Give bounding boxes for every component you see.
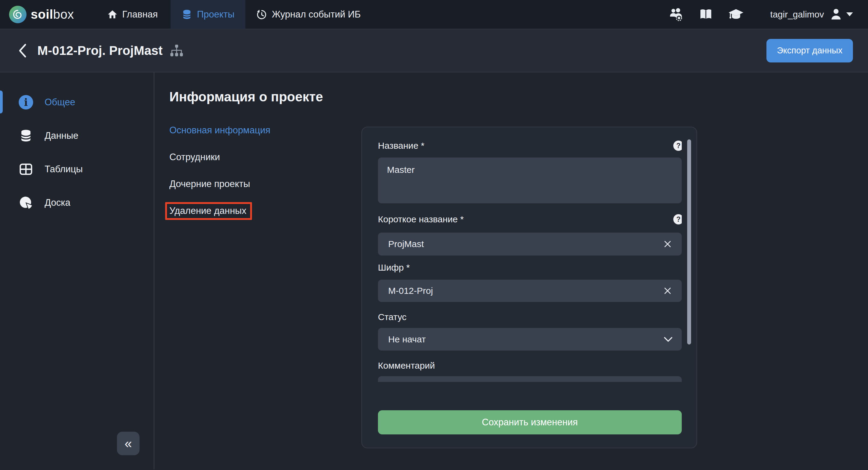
sidebar-item-general[interactable]: i Общее [0, 88, 154, 117]
spiral-glyph [12, 8, 24, 21]
comment-textarea[interactable] [378, 376, 682, 382]
short-name-help-icon[interactable]: ? [673, 214, 682, 225]
section-heading: Информация о проекте [169, 89, 323, 105]
user-management-button[interactable] [668, 7, 684, 22]
nav-item-home[interactable]: Главная [104, 0, 161, 29]
form-scrollbar-thumb[interactable] [687, 139, 691, 345]
home-icon [107, 9, 118, 20]
back-button[interactable] [18, 43, 27, 59]
project-subnav: Основная информация Сотрудники Дочерние … [169, 124, 270, 232]
code-input[interactable] [378, 280, 682, 302]
project-sidebar: i Общее Данные [0, 72, 154, 469]
brand-logo: soilbox [9, 6, 74, 23]
short-name-field-label: Короткое название * [378, 214, 464, 225]
chevron-down-icon [664, 337, 673, 342]
page-title: M-012-Proj. ProjMast [37, 43, 162, 58]
user-avatar-icon[interactable] [830, 8, 843, 21]
info-icon: i [19, 95, 33, 110]
history-icon [256, 9, 267, 20]
brand-name-bold: soil [31, 7, 53, 22]
sidebar-board-label: Доска [44, 197, 70, 208]
annotation-highlight-box: Удаление данных [165, 202, 252, 220]
subnav-data-deletion-label: Удаление данных [169, 205, 247, 216]
export-data-button[interactable]: Экспорт данных [767, 39, 853, 62]
short-name-input[interactable] [378, 233, 682, 256]
database-icon [181, 9, 192, 20]
table-icon [19, 162, 33, 176]
pie-chart-icon [19, 196, 33, 210]
code-clear-icon[interactable] [663, 286, 672, 295]
open-book-icon [699, 7, 713, 22]
status-select[interactable]: Не начат [378, 328, 682, 351]
subnav-data-deletion[interactable]: Удаление данных [169, 205, 270, 217]
chevron-left-icon [18, 43, 27, 59]
topbar-right-cluster: tagir_galimov [668, 7, 853, 22]
status-select-value: Не начат [388, 334, 426, 345]
save-changes-button[interactable]: Сохранить изменения [378, 410, 682, 434]
sidebar-general-label: Общее [44, 97, 75, 108]
sidebar-item-data[interactable]: Данные [0, 121, 154, 150]
form-scroll-area: Название * ? Master Короткое название * … [378, 136, 682, 382]
name-help-icon[interactable]: ? [673, 141, 682, 151]
main-content: Информация о проекте Основная информация… [154, 72, 868, 469]
comment-field-label: Комментарий [378, 360, 435, 371]
status-field-label: Статус [378, 312, 407, 322]
project-header-bar: M-012-Proj. ProjMast Экспорт данных [0, 29, 868, 72]
training-button[interactable] [728, 7, 744, 22]
name-field-label: Название * [378, 141, 424, 151]
brand-name-light: box [53, 7, 74, 22]
name-textarea[interactable]: Master [378, 157, 682, 203]
brand-name: soilbox [31, 7, 74, 22]
nav-journal-label: Журнал событий ИБ [272, 9, 361, 20]
nav-home-label: Главная [122, 9, 158, 20]
subnav-employees[interactable]: Сотрудники [169, 151, 270, 163]
sidebar-item-tables[interactable]: Таблицы [0, 155, 154, 184]
active-item-indicator [0, 90, 3, 113]
soilbox-logo-icon [9, 6, 27, 23]
hierarchy-icon[interactable] [170, 44, 184, 58]
sidebar-tables-label: Таблицы [44, 164, 83, 175]
project-info-card: Название * ? Master Короткое название * … [361, 127, 697, 448]
database-icon [19, 128, 33, 143]
short-name-clear-icon[interactable] [663, 239, 672, 248]
sidebar-collapse-button[interactable]: « [117, 432, 140, 455]
user-menu-caret-icon[interactable] [846, 12, 853, 16]
sidebar-item-board[interactable]: Доска [0, 188, 154, 217]
top-navigation-bar: soilbox Главная Проекты Журнал событий И… [0, 0, 868, 29]
nav-item-projects[interactable]: Проекты [170, 0, 245, 29]
sidebar-data-label: Данные [44, 130, 79, 141]
users-gear-icon [668, 7, 683, 22]
graduation-cap-icon [728, 6, 744, 23]
subnav-basic-info[interactable]: Основная информация [169, 124, 270, 136]
nav-projects-label: Проекты [197, 9, 235, 20]
subnav-child-projects[interactable]: Дочерние проекты [169, 178, 270, 190]
documentation-button[interactable] [698, 7, 714, 22]
code-field-label: Шифр * [378, 262, 410, 273]
username-label[interactable]: tagir_galimov [770, 9, 824, 20]
nav-item-security-journal[interactable]: Журнал событий ИБ [253, 0, 364, 29]
